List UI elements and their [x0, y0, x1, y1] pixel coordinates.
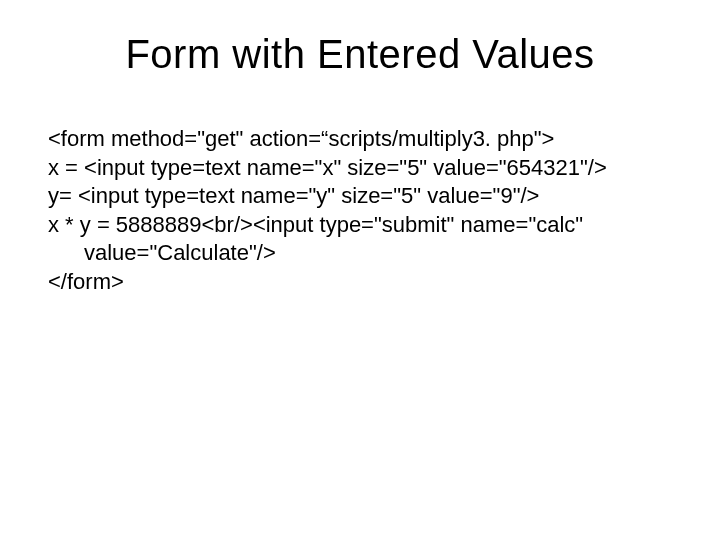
code-block: <form method="get" action=“scripts/multi…: [48, 125, 672, 297]
code-line: value="Calculate"/>: [48, 239, 672, 268]
code-line: x = <input type=text name="x" size="5" v…: [48, 154, 672, 183]
slide-title: Form with Entered Values: [48, 32, 672, 77]
code-line: y= <input type=text name="y" size="5" va…: [48, 182, 672, 211]
code-line: <form method="get" action=“scripts/multi…: [48, 125, 672, 154]
slide: Form with Entered Values <form method="g…: [0, 0, 720, 540]
code-line: x * y = 5888889<br/><input type="submit"…: [48, 211, 672, 240]
code-line: </form>: [48, 268, 672, 297]
